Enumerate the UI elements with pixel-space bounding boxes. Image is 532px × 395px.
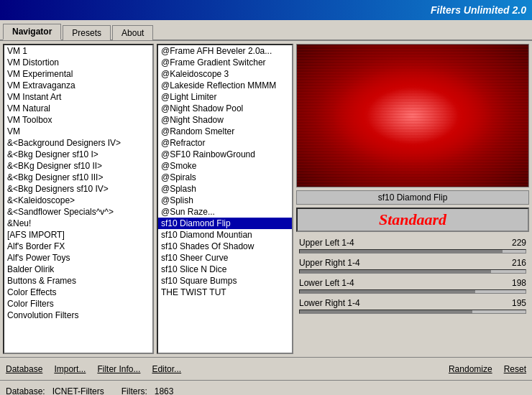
middle-panel-item[interactable]: sf10 Diamond Flip — [158, 218, 292, 229]
left-panel-item[interactable]: Alf's Power Toys — [4, 252, 152, 264]
tab-about[interactable]: About — [112, 25, 153, 40]
filter-name-bar: sf10 Diamond Flip — [296, 190, 529, 205]
bottom-toolbar: Database Import... Filter Info... Editor… — [0, 357, 532, 380]
reset-button[interactable]: Reset — [504, 364, 526, 374]
middle-panel-item[interactable]: @Night Shadow Pool — [158, 103, 292, 114]
middle-panel-item[interactable]: @Frame AFH Beveler 2.0a... — [158, 45, 292, 57]
preset-bar: Standaard — [296, 208, 529, 232]
title-bar: Filters Unlimited 2.0 — [0, 0, 532, 20]
middle-panel-item[interactable]: @Light Limiter — [158, 91, 292, 103]
param-value: 216 — [512, 258, 526, 268]
middle-panel-item[interactable]: sf10 Shades Of Shadow — [158, 241, 292, 252]
left-panel-item[interactable]: &<Kaleidoscope> — [4, 195, 152, 206]
left-panel-item[interactable]: &<Bkg Designers sf10 IV> — [4, 183, 152, 195]
left-panel-item[interactable]: VM Toolbox — [4, 114, 152, 126]
middle-panel-item[interactable]: @Random Smelter — [158, 126, 292, 137]
param-label: Upper Left 1-4 — [299, 238, 506, 248]
left-panel[interactable]: VM 1VM DistortionVM ExperimentalVM Extra… — [3, 44, 154, 354]
middle-panel-item[interactable]: THE TWIST TUT — [158, 287, 292, 298]
middle-panel-item[interactable]: @Refractor — [158, 137, 292, 149]
preview-image — [296, 44, 529, 187]
database-label: Database: ICNET-Filters — [6, 386, 104, 396]
middle-panel-item[interactable]: @Frame Gradient Switcher — [158, 57, 292, 68]
left-panel-item[interactable]: &<Background Designers IV> — [4, 137, 152, 149]
tab-navigator[interactable]: Navigator — [3, 24, 61, 40]
left-panel-item[interactable]: VM 1 — [4, 45, 152, 57]
left-panel-item[interactable]: Color Filters — [4, 298, 152, 310]
middle-panel-item[interactable]: @Smoke — [158, 160, 292, 172]
database-button[interactable]: Database — [6, 364, 42, 374]
left-panel-item[interactable]: Balder Olirik — [4, 264, 152, 275]
preset-value: Standaard — [379, 210, 446, 228]
left-panel-item[interactable]: &<BKg Designer sf10 II> — [4, 160, 152, 172]
middle-panel-item[interactable]: sf10 Slice N Dice — [158, 264, 292, 275]
middle-panel-item[interactable]: @Splash — [158, 183, 292, 195]
left-panel-item[interactable]: Convolution Filters — [4, 310, 152, 321]
middle-panel-item[interactable]: sf10 Sheer Curve — [158, 252, 292, 264]
left-panel-item[interactable]: Alf's Border FX — [4, 241, 152, 252]
import-button[interactable]: Import... — [54, 364, 86, 374]
middle-panel-item[interactable]: @Splish — [158, 195, 292, 206]
middle-panel[interactable]: @Frame AFH Beveler 2.0a...@Frame Gradien… — [157, 44, 293, 354]
left-panel-item[interactable]: &<Bkg Designer sf10 III> — [4, 172, 152, 183]
middle-panel-item[interactable]: @Spirals — [158, 172, 292, 183]
middle-panel-item[interactable]: @Sun Raze... — [158, 206, 292, 218]
main-content: VM 1VM DistortionVM ExperimentalVM Extra… — [0, 41, 532, 357]
filter-info-button[interactable]: Filter Info... — [97, 364, 140, 374]
tab-bar: Navigator Presets About — [0, 20, 532, 41]
left-panel-item[interactable]: VM Extravaganza — [4, 80, 152, 91]
filter-name-label: sf10 Diamond Flip — [378, 192, 448, 203]
param-value: 195 — [512, 298, 526, 308]
left-panel-item[interactable]: VM — [4, 126, 152, 137]
left-panel-item[interactable]: &<Sandflower Specials^v^> — [4, 206, 152, 218]
middle-panel-item[interactable]: @Night Shadow — [158, 114, 292, 126]
param-value: 229 — [512, 238, 526, 248]
left-panel-item[interactable]: VM Distortion — [4, 57, 152, 68]
param-slider[interactable] — [299, 289, 526, 294]
middle-panel-item[interactable]: @Lakeside Reflection MMMM — [158, 80, 292, 91]
param-value: 198 — [512, 278, 526, 288]
left-panel-item[interactable]: [AFS IMPORT] — [4, 229, 152, 241]
app-title: Filters Unlimited 2.0 — [431, 4, 526, 16]
middle-panel-item[interactable]: @SF10 RainbowGround — [158, 149, 292, 160]
editor-button[interactable]: Editor... — [152, 364, 181, 374]
left-panel-item[interactable]: VM Natural — [4, 103, 152, 114]
randomize-button[interactable]: Randomize — [449, 364, 492, 374]
middle-panel-item[interactable]: @Kaleidoscope 3 — [158, 68, 292, 80]
param-slider[interactable] — [299, 269, 526, 274]
param-slider[interactable] — [299, 249, 526, 254]
status-bar: Database: ICNET-Filters Filters: 1863 — [0, 380, 532, 395]
param-label: Lower Left 1-4 — [299, 278, 506, 288]
right-panel: sf10 Diamond Flip Standaard Upper Left 1… — [296, 44, 529, 354]
left-panel-item[interactable]: VM Instant Art — [4, 91, 152, 103]
middle-panel-item[interactable]: sf10 Diamond Mountian — [158, 229, 292, 241]
params-panel: Upper Left 1-4229Upper Right 1-4216Lower… — [296, 235, 529, 320]
left-panel-item[interactable]: &Neu! — [4, 218, 152, 229]
left-panel-item[interactable]: Color Effects — [4, 287, 152, 298]
left-panel-item[interactable]: &<Bkg Designer sf10 I> — [4, 149, 152, 160]
tab-presets[interactable]: Presets — [63, 25, 111, 40]
middle-panel-item[interactable]: sf10 Square Bumps — [158, 275, 292, 287]
filters-label: Filters: 1863 — [121, 386, 174, 396]
param-label: Lower Right 1-4 — [299, 298, 506, 308]
param-label: Upper Right 1-4 — [299, 258, 506, 268]
param-slider[interactable] — [299, 310, 526, 314]
left-panel-item[interactable]: Buttons & Frames — [4, 275, 152, 287]
left-panel-item[interactable]: VM Experimental — [4, 68, 152, 80]
